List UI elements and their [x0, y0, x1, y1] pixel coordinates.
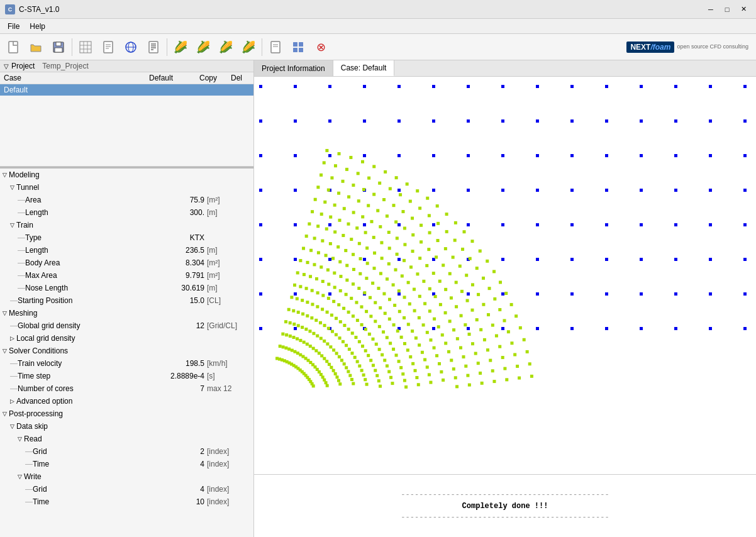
train-nose-length-value[interactable]: 30.619 [157, 284, 207, 292]
train-max-area-value[interactable]: 9.791 [157, 271, 207, 280]
toolbar-run2[interactable]: 🌽 [192, 36, 214, 58]
read-label: Read [24, 435, 251, 443]
tab-project-info[interactable]: Project Information [254, 60, 333, 76]
toolbar-globe[interactable] [120, 36, 142, 58]
read-grid-value[interactable]: 2 [157, 447, 207, 456]
tunnel-length-value[interactable]: 300. [157, 208, 207, 217]
svg-rect-16 [149, 42, 158, 53]
train-starting-pos-value[interactable]: 15.0 [157, 296, 207, 305]
local-grid-label: Local grid density [16, 334, 251, 343]
train-body-area-value[interactable]: 8.304 [157, 258, 207, 267]
write-grid-label: Grid [33, 485, 157, 494]
write-section[interactable]: ▽ Write [0, 470, 253, 483]
toolbar-report[interactable] [143, 36, 164, 58]
read-grid-row: — Grid 2 [index] [0, 445, 253, 458]
train-body-area-row: — Body Area 8.304 [m²] [0, 257, 253, 269]
train-velocity-unit: [km/h] [207, 359, 251, 368]
project-header[interactable]: ▽ Project Temp_Project [0, 60, 253, 72]
project-label: Project [11, 62, 35, 70]
toolbar-run3[interactable]: 🌽 [215, 36, 236, 58]
toolbar: 🌽 🌽 🌽 🌽 ⊗ NEXT/foam open source CFD cons… [0, 34, 756, 60]
advanced-option-row[interactable]: ▷ Advanced option [0, 395, 253, 407]
toolbar-new[interactable] [3, 36, 24, 58]
tunnel-section[interactable]: ▽ Tunnel [0, 181, 253, 194]
train-expand: ▽ [10, 222, 14, 228]
project-expand-icon: ▽ [4, 63, 9, 70]
train-velocity-label: Train velocity [18, 359, 157, 368]
read-section[interactable]: ▽ Read [0, 433, 253, 445]
read-time-value[interactable]: 4 [157, 460, 207, 468]
toolbar-stop[interactable]: ⊗ [310, 36, 331, 58]
post-processing-expand: ▽ [3, 411, 7, 417]
minimize-button[interactable]: ─ [703, 3, 718, 16]
tunnel-length-row: — Length 300. [m] [0, 206, 253, 219]
train-section[interactable]: ▽ Train [0, 219, 253, 231]
train-type-value[interactable]: KTX [157, 233, 207, 242]
data-skip-section[interactable]: ▽ Data skip [0, 420, 253, 433]
toolbar-open[interactable] [25, 36, 47, 58]
write-grid-value[interactable]: 4 [157, 485, 207, 494]
svg-rect-9 [104, 42, 113, 53]
meshing-expand: ▽ [3, 310, 7, 316]
post-processing-section[interactable]: ▽ Post-processing [0, 407, 253, 420]
svg-rect-27 [299, 48, 303, 52]
left-panel: ▽ Project Temp_Project Case Default Copy… [0, 60, 254, 537]
train-type-row: — Type KTX [0, 231, 253, 244]
train-length-unit: [m] [207, 246, 251, 255]
toolbar-export[interactable] [265, 36, 286, 58]
train-body-area-label: Body Area [25, 258, 157, 267]
toolbar-grid-view[interactable] [287, 36, 309, 58]
solver-expand: ▽ [3, 348, 7, 354]
meshing-label: Meshing [9, 309, 251, 318]
toolbar-logo: NEXT/foam open source CFD consulting [626, 42, 753, 53]
window-controls: ─ □ ✕ [703, 3, 751, 16]
console-message: Completely done !!! [259, 502, 751, 511]
menu-help[interactable]: Help [25, 21, 50, 32]
project-row-default[interactable]: Default [0, 84, 253, 96]
row-case-value: Default [4, 86, 130, 94]
solver-section[interactable]: ▽ Solver Conditions [0, 345, 253, 357]
train-starting-pos-label: Starting Position [18, 296, 157, 305]
close-button[interactable]: ✕ [736, 3, 751, 16]
col-default: Default [149, 74, 199, 82]
tunnel-label: Tunnel [16, 183, 251, 192]
svg-rect-25 [299, 42, 303, 47]
write-time-value[interactable]: 10 [157, 497, 207, 506]
toolbar-run1[interactable]: 🌽 [170, 36, 191, 58]
local-grid-row[interactable]: ▷ Local grid density [0, 332, 253, 345]
global-grid-value[interactable]: 12 [157, 321, 207, 330]
toolbar-document[interactable] [97, 36, 119, 58]
toolbar-sep3 [262, 38, 262, 56]
train-type-label: Type [25, 233, 157, 242]
menu-file[interactable]: File [3, 21, 25, 32]
solver-label: Solver Conditions [9, 346, 251, 355]
train-length-value[interactable]: 236.5 [157, 246, 207, 255]
read-time-label: Time [33, 460, 157, 468]
maximize-button[interactable]: □ [720, 3, 735, 16]
tree-column-headers: Case Default Copy Del [0, 72, 253, 84]
toolbar-run4[interactable]: 🌽 [238, 36, 259, 58]
train-velocity-row: — Train velocity 198.5 [km/h] [0, 357, 253, 370]
write-time-unit: [index] [207, 497, 251, 506]
modeling-section[interactable]: ▽ Modeling [0, 169, 253, 181]
time-step-value[interactable]: 2.8889e-4 [157, 372, 207, 380]
toolbar-save[interactable] [48, 36, 69, 58]
svg-rect-21 [271, 42, 280, 53]
write-time-row: — Time 10 [index] [0, 495, 253, 508]
app-icon: C [5, 4, 15, 14]
tunnel-length-label: Length [25, 208, 157, 217]
tunnel-length-unit: [m] [207, 208, 251, 217]
toolbar-mesh[interactable] [75, 36, 96, 58]
num-cores-value[interactable]: 7 [157, 384, 207, 393]
tab-case-default[interactable]: Case: Default [333, 60, 395, 76]
row-del-value [231, 86, 250, 94]
modeling-expand: ▽ [3, 172, 7, 178]
main-content: ▽ Project Temp_Project Case Default Copy… [0, 60, 756, 537]
modeling-label: Modeling [9, 170, 251, 179]
svg-rect-26 [293, 48, 297, 52]
train-velocity-value[interactable]: 198.5 [157, 359, 207, 368]
meshing-section[interactable]: ▽ Meshing [0, 307, 253, 319]
read-grid-label: Grid [33, 447, 157, 456]
tunnel-area-value[interactable]: 75.9 [157, 196, 207, 204]
read-expand: ▽ [18, 436, 22, 442]
